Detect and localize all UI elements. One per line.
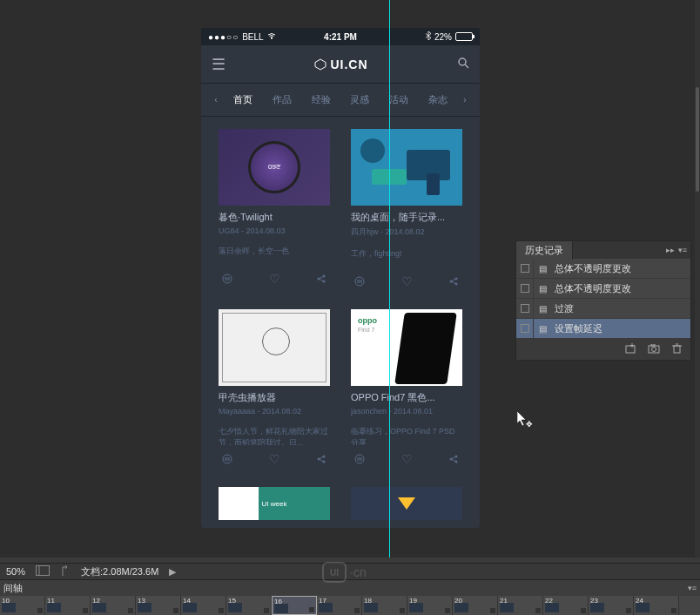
timeline-frame[interactable]: 21 [498,596,543,615]
history-row[interactable]: ▤ 总体不透明度更改 [516,259,690,279]
camera-icon[interactable] [648,344,660,355]
chevron-right-icon[interactable]: › [463,95,466,105]
history-row[interactable]: ▤ 总体不透明度更改 [516,279,690,299]
scrollbar-vertical[interactable] [695,0,700,558]
heart-icon[interactable]: ♡ [400,452,414,466]
doc-info: 文档:2.08M/23.6M [81,565,158,578]
bluetooth-icon [426,31,431,42]
comment-icon[interactable] [220,272,234,286]
cards-grid[interactable]: 暮色·Twilight UG84 - 2014.08.03 落日余晖，长空一色 … [201,117,480,520]
heart-icon[interactable]: ♡ [267,452,281,466]
panel-collapse-icon[interactable]: ▸▸ [666,246,675,254]
card-meta: Mayaaaaa - 2014.08.02 [219,407,330,416]
svg-rect-40 [651,344,655,346]
share-icon[interactable] [447,274,461,288]
canvas-inner[interactable]: ●●●○○ BELL 4:21 PM 22% ☰ [0,0,700,558]
timeline-frame[interactable]: 14 [181,596,226,615]
share-icon[interactable] [314,272,328,286]
timeline-frame[interactable]: 19 [407,596,453,615]
timeline-frame[interactable]: 17 [317,596,362,615]
document-icon: ▤ [534,284,551,294]
svg-line-17 [451,279,456,281]
comment-icon[interactable] [220,452,234,466]
timeline-frame[interactable]: 10 [0,596,45,615]
phone-mockup: ●●●○○ BELL 4:21 PM 22% ☰ [201,28,480,528]
svg-line-10 [319,279,324,281]
battery-icon [455,32,473,41]
card-item[interactable]: UI week [219,487,330,520]
tool-icon-1[interactable] [36,565,50,578]
card-item[interactable]: oppoFind 7 OPPO Find7 黑色... jasonchen - … [351,309,462,466]
card-image: UI week [219,487,330,520]
card-title: 甲壳虫播放器 [219,391,330,404]
comment-icon[interactable] [353,274,367,288]
heart-icon[interactable]: ♡ [267,272,281,286]
menu-icon[interactable]: ☰ [212,55,225,74]
history-row[interactable]: ▤ 过渡 [516,299,690,319]
signal-dots-icon: ●●●○○ [208,32,239,42]
chevron-left-icon[interactable]: ‹ [214,95,217,105]
tool-icon-2[interactable] [60,565,71,578]
card-image [351,487,462,520]
timeline-frame[interactable]: 22 [543,596,589,615]
timeline-frame[interactable]: 15 [226,596,272,615]
card-desc: 落日余晖，长空一色 [219,246,330,265]
card-title: 暮色·Twilight [219,211,330,224]
timeline[interactable]: 101112131415161718192021222324 [0,596,700,615]
share-icon[interactable] [314,452,328,466]
timeline-frame[interactable]: 23 [589,596,634,615]
share-icon[interactable] [447,452,461,466]
timeline-frame[interactable]: 24 [634,596,679,615]
card-item[interactable]: 暮色·Twilight UG84 - 2014.08.03 落日余晖，长空一色 … [219,129,330,288]
history-tab[interactable]: 历史记录 [516,241,573,260]
card-image [351,129,462,206]
history-check[interactable] [516,279,534,298]
timeline-title[interactable]: 间轴 [3,582,23,595]
timeline-frame[interactable]: 16 [272,596,317,615]
zoom-value[interactable]: 50% [6,566,25,577]
guide-line[interactable] [389,0,390,558]
card-item[interactable]: 我的桌面，随手记录... 四月hjw - 2014.08.02 工作，fight… [351,129,462,288]
tabs-bar: ‹ 首页 作品 经验 灵感 活动 杂志 › [201,84,480,117]
app-logo[interactable]: UI.CN [314,57,367,71]
card-actions: ♡ [351,274,462,288]
tab-inspiration[interactable]: 灵感 [347,93,373,106]
history-label: 设置帧延迟 [551,322,602,335]
heart-icon[interactable]: ♡ [400,274,414,288]
new-snapshot-icon[interactable] [625,343,636,355]
history-row[interactable]: ▤ 设置帧延迟 [516,319,690,339]
timeline-frame[interactable]: 13 [136,596,181,615]
svg-point-0 [271,37,273,39]
panel-menu-icon[interactable]: ▾≡ [678,246,687,254]
timeline-frame[interactable]: 18 [362,596,407,615]
search-icon[interactable] [457,57,469,71]
card-item[interactable]: 甲壳虫播放器 Mayaaaaa - 2014.08.02 七夕情人节，鲜花礼物陪… [219,309,330,466]
svg-line-9 [319,276,324,279]
timeline-frame[interactable]: 12 [91,596,136,615]
svg-line-26 [319,459,324,462]
comment-icon[interactable] [353,452,367,466]
tab-magazine[interactable]: 杂志 [425,93,451,106]
tab-experience[interactable]: 经验 [308,93,334,106]
history-label: 总体不透明度更改 [551,282,631,295]
tab-works[interactable]: 作品 [269,93,295,106]
canvas-area: ●●●○○ BELL 4:21 PM 22% ☰ [0,0,700,615]
svg-line-34 [451,459,456,462]
history-check[interactable] [516,259,534,278]
card-item[interactable] [351,487,462,520]
timeline-menu-icon[interactable]: ▾≡ [688,584,697,592]
timeline-frame[interactable]: 11 [45,596,91,615]
trash-icon[interactable] [672,343,682,355]
play-icon[interactable]: ▶ [169,566,176,578]
card-desc: 工作，fighting! [351,248,462,267]
svg-line-2 [465,64,468,68]
card-title: 我的桌面，随手记录... [351,211,462,224]
history-check[interactable] [516,319,534,338]
history-check[interactable] [516,299,534,318]
phone-status-bar: ●●●○○ BELL 4:21 PM 22% [201,28,480,45]
tab-home[interactable]: 首页 [230,93,256,106]
card-actions: ♡ [219,452,330,466]
timeline-frame[interactable]: 20 [453,596,498,615]
wifi-icon [267,32,276,42]
carrier-label: BELL [242,32,263,42]
